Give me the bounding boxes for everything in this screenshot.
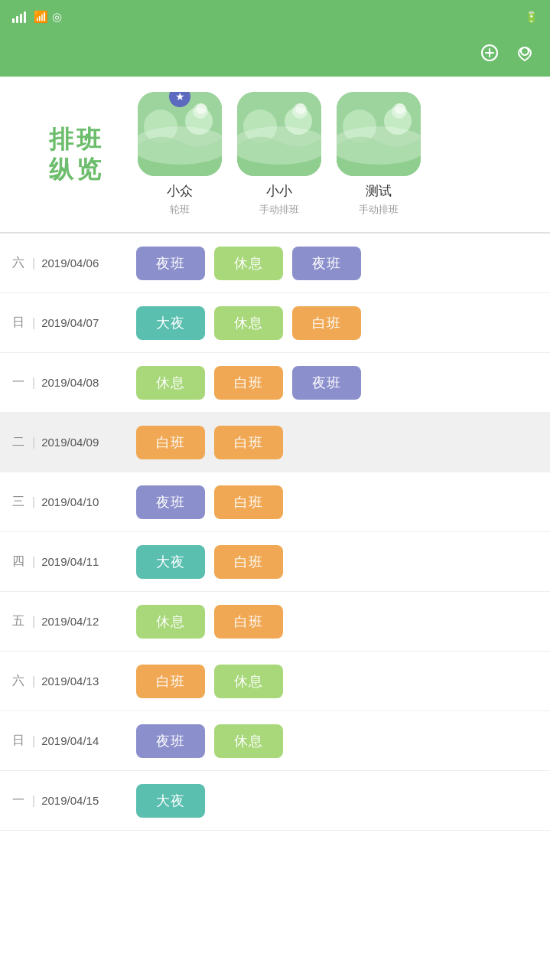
- date-cell-2019/04/06: 六|2019/04/06: [0, 255, 129, 271]
- date-cell-2019/04/11: 四|2019/04/11: [0, 554, 129, 570]
- header-title-area: 排班纵览: [15, 92, 138, 217]
- shift-badge-rest[interactable]: 休息: [214, 306, 283, 340]
- date-text: 2019/04/08: [41, 376, 99, 389]
- shift-badge-day[interactable]: 白班: [292, 306, 361, 340]
- date-separator: |: [32, 615, 35, 629]
- edit-icon[interactable]: [480, 43, 500, 67]
- person-name-测试: 测试: [366, 182, 392, 200]
- shift-badge-night[interactable]: 夜班: [136, 247, 205, 280]
- shift-badge-rest[interactable]: 休息: [214, 724, 283, 758]
- table-row: 四|2019/04/11大夜白班: [0, 532, 550, 592]
- shift-badge-day[interactable]: 白班: [214, 366, 283, 400]
- shift-badge-day[interactable]: 白班: [214, 545, 283, 579]
- date-text: 2019/04/10: [41, 495, 99, 508]
- date-text: 2019/04/09: [41, 436, 99, 449]
- date-cell-2019/04/13: 六|2019/04/13: [0, 673, 129, 689]
- date-separator: |: [32, 734, 35, 748]
- shift-badge-rest[interactable]: 休息: [136, 366, 205, 400]
- date-separator: |: [32, 256, 35, 270]
- shift-badge-rest[interactable]: 休息: [214, 665, 283, 698]
- day-of-week-label: 六: [12, 673, 26, 689]
- shift-badge-night[interactable]: 夜班: [136, 485, 205, 519]
- date-separator: |: [32, 555, 35, 569]
- person-item-小小[interactable]: 小小手动排班: [237, 92, 321, 217]
- shift-cells: 夜班白班: [129, 485, 550, 519]
- person-avatar-小小: [237, 92, 321, 176]
- date-separator: |: [32, 675, 35, 688]
- location-icon[interactable]: [515, 43, 535, 67]
- shift-cells: 大夜白班: [129, 545, 550, 579]
- person-type-测试: 手动排班: [359, 203, 399, 217]
- table-row: 三|2019/04/10夜班白班: [0, 472, 550, 532]
- shift-cells: 白班休息: [129, 665, 550, 698]
- shift-badge-day[interactable]: 白班: [136, 665, 205, 698]
- day-of-week-label: 六: [12, 255, 26, 271]
- connection-icon: ◎: [52, 10, 62, 24]
- shift-badge-rest[interactable]: 休息: [136, 605, 205, 639]
- table-row: 日|2019/04/14夜班休息: [0, 711, 550, 771]
- shift-badge-day[interactable]: 白班: [136, 426, 205, 459]
- person-name-小小: 小小: [266, 182, 292, 200]
- date-cell-2019/04/07: 日|2019/04/07: [0, 315, 129, 331]
- date-text: 2019/04/07: [41, 316, 99, 329]
- date-separator: |: [32, 436, 35, 449]
- shift-badge-night[interactable]: 夜班: [292, 247, 361, 280]
- person-item-测试[interactable]: 测试手动排班: [337, 92, 421, 217]
- day-of-week-label: 日: [12, 315, 26, 331]
- shift-cells: 休息白班: [129, 605, 550, 639]
- date-separator: |: [32, 794, 35, 808]
- table-row: 二|2019/04/09白班白班: [0, 413, 550, 472]
- person-avatar-小众: ★: [138, 92, 222, 176]
- shift-cells: 白班白班: [129, 426, 550, 459]
- shift-badge-daye[interactable]: 大夜: [136, 545, 205, 579]
- shift-cells: 夜班休息: [129, 724, 550, 758]
- shift-badge-night[interactable]: 夜班: [292, 366, 361, 400]
- person-item-小众[interactable]: ★小众轮班: [138, 92, 222, 217]
- table-row: 六|2019/04/06夜班休息夜班: [0, 234, 550, 293]
- nav-icons: [480, 43, 535, 67]
- table-row: 五|2019/04/12休息白班: [0, 592, 550, 652]
- shift-badge-night[interactable]: 夜班: [136, 724, 205, 758]
- shift-badge-day[interactable]: 白班: [214, 605, 283, 639]
- shift-badge-daye[interactable]: 大夜: [136, 784, 205, 818]
- status-left: 📶 ◎: [12, 10, 62, 24]
- battery-icon: 🔋: [525, 11, 538, 23]
- shift-cells: 夜班休息夜班: [129, 247, 550, 280]
- signal-icon: [12, 11, 26, 23]
- date-text: 2019/04/14: [41, 734, 99, 747]
- date-separator: |: [32, 495, 35, 509]
- date-cell-2019/04/08: 一|2019/04/08: [0, 374, 129, 390]
- date-text: 2019/04/11: [41, 555, 99, 568]
- status-right: 🔋: [521, 11, 538, 23]
- shift-badge-rest[interactable]: 休息: [214, 247, 283, 280]
- shift-cells: 大夜: [129, 784, 550, 818]
- day-of-week-label: 四: [12, 554, 26, 570]
- date-cell-2019/04/14: 日|2019/04/14: [0, 733, 129, 749]
- status-bar: 📶 ◎ 🔋: [0, 0, 550, 34]
- person-type-小小: 手动排班: [259, 203, 299, 217]
- day-of-week-label: 一: [12, 792, 26, 808]
- shift-cells: 休息白班夜班: [129, 366, 550, 400]
- shift-cells: 大夜休息白班: [129, 306, 550, 340]
- day-of-week-label: 一: [12, 374, 26, 390]
- date-text: 2019/04/12: [41, 615, 99, 628]
- day-of-week-label: 二: [12, 434, 26, 450]
- shift-badge-daye[interactable]: 大夜: [136, 306, 205, 340]
- people-list: ★小众轮班 小小手动排班 测试手动排班: [138, 92, 538, 217]
- date-cell-2019/04/12: 五|2019/04/12: [0, 613, 129, 629]
- person-name-小众: 小众: [167, 182, 193, 200]
- table-row: 一|2019/04/08休息白班夜班: [0, 353, 550, 413]
- day-of-week-label: 三: [12, 494, 26, 510]
- table-row: 六|2019/04/13白班休息: [0, 652, 550, 711]
- date-cell-2019/04/09: 二|2019/04/09: [0, 434, 129, 450]
- header-section: 排班纵览 ★小众轮班 小小手动排班 测试手动排班: [0, 77, 550, 233]
- date-separator: |: [32, 376, 35, 390]
- date-cell-2019/04/10: 三|2019/04/10: [0, 494, 129, 510]
- person-avatar-测试: [337, 92, 421, 176]
- day-of-week-label: 日: [12, 733, 26, 749]
- date-cell-2019/04/15: 一|2019/04/15: [0, 792, 129, 808]
- shift-badge-day[interactable]: 白班: [214, 426, 283, 459]
- date-text: 2019/04/06: [41, 256, 99, 270]
- shift-badge-day[interactable]: 白班: [214, 485, 283, 519]
- day-of-week-label: 五: [12, 613, 26, 629]
